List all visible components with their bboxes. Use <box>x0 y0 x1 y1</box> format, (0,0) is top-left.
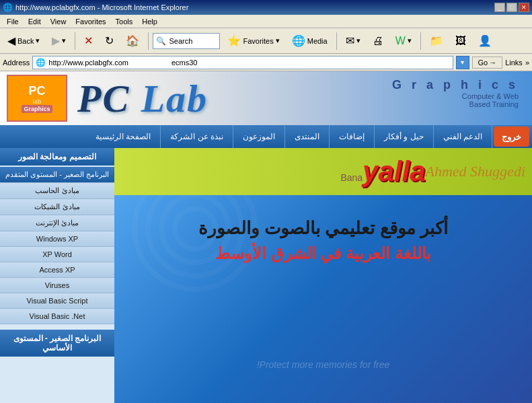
menu-bar: File Edit View Favorites Tools Help <box>0 15 532 28</box>
sidebar-item-7[interactable]: Visual Basic Script <box>0 293 114 309</box>
sidebar-item-4[interactable]: XP Word <box>0 247 114 262</box>
forward-icon: ▶ <box>52 34 60 47</box>
search-box: 🔍 Search <box>153 33 220 49</box>
stop-button[interactable]: ✕ <box>79 32 98 50</box>
separator-4 <box>420 32 421 50</box>
search-glass-icon: 🔍 <box>156 36 166 46</box>
header-right: G r a p h i c s Computer & Web Based Tra… <box>392 78 519 108</box>
favorites-label: Favorites <box>243 37 273 45</box>
site-nav: خروج الدعم الفني حيل و أفكار إضافات المن… <box>0 125 532 148</box>
content-left: Ahmed Shuggedi yalla Bana أكبر موقع تعلي… <box>114 148 532 403</box>
separator-1 <box>75 32 75 50</box>
address-page-title: ecms30 <box>172 59 198 67</box>
header-subtitle2: Based Training <box>392 100 519 108</box>
links-chevron: » <box>525 59 529 67</box>
nav-tricks[interactable]: حيل و أفكار <box>375 125 434 148</box>
user-button[interactable]: 👤 <box>473 32 496 50</box>
site-header: PC lab Graphics PC Lab G r a p h i c s C… <box>0 71 532 125</box>
go-label: Go <box>478 59 488 67</box>
mail-chevron: ▾ <box>356 36 360 45</box>
menu-file[interactable]: File <box>3 16 23 27</box>
separator-3 <box>336 32 337 50</box>
maximize-button[interactable]: □ <box>506 3 517 12</box>
media-icon: 🌐 <box>292 34 305 47</box>
banner-bana: Bana <box>340 172 363 183</box>
sidebar-item-0[interactable]: مبادئ الحاسب <box>0 183 114 199</box>
sidebar-active-item[interactable]: البرنامج الصغير - المستوى المتقدم <box>0 167 114 183</box>
folder-icon: 📁 <box>430 34 443 47</box>
menu-favorites[interactable]: Favorites <box>71 16 110 27</box>
title-bar: 🌐 http://www.pclabgfx.com - Microsoft In… <box>0 0 532 15</box>
address-url: http://www.pclabgfx.com <box>48 59 128 67</box>
title-bar-left: 🌐 http://www.pclabgfx.com - Microsoft In… <box>3 3 188 12</box>
print-button[interactable]: 🖨 <box>368 32 388 50</box>
user-icon: 👤 <box>478 34 492 47</box>
favorites-chevron: ▾ <box>276 36 280 45</box>
mail-button[interactable]: ✉ ▾ <box>341 32 365 50</box>
sidebar-item-3[interactable]: Windows XP <box>0 231 114 247</box>
site-title-lab: Lab <box>141 77 208 120</box>
close-button[interactable]: ✕ <box>519 3 529 12</box>
sidebar-item-8[interactable]: Visual Basic .Net <box>0 309 114 324</box>
image-button[interactable]: 🖼 <box>451 32 471 50</box>
forward-chevron: ▾ <box>62 36 66 45</box>
favorites-button[interactable]: ⭐ Favorites ▾ <box>223 32 284 50</box>
home-button[interactable]: 🏠 <box>121 32 144 50</box>
address-dropdown[interactable]: ▾ <box>456 56 469 69</box>
window-title: http://www.pclabgfx.com - Microsoft Inte… <box>15 3 188 11</box>
word-icon: W <box>395 35 406 47</box>
image-icon: 🖼 <box>455 35 466 47</box>
banner-area: Ahmed Shuggedi yalla Bana <box>114 148 532 195</box>
menu-help[interactable]: Help <box>138 16 161 27</box>
sidebar-right: التصميم ومعالجة الصور البرنامج الصغير - … <box>0 148 114 403</box>
nav-support[interactable]: الدعم الفني <box>434 125 492 148</box>
title-bar-controls: _ □ ✕ <box>494 3 529 12</box>
nav-addons[interactable]: إضافات <box>330 125 375 148</box>
ie-icon: 🌐 <box>3 3 13 12</box>
refresh-button[interactable]: ↻ <box>100 32 118 50</box>
site-title-pc: PC <box>77 77 141 120</box>
menu-view[interactable]: View <box>46 16 71 27</box>
sidebar-item-2[interactable]: مبادئ الإنترنت <box>0 215 114 231</box>
address-bar: Address 🌐 http://www.pclabgfx.com ecms30… <box>0 54 532 71</box>
address-input[interactable]: 🌐 http://www.pclabgfx.com ecms30 <box>32 56 453 69</box>
print-icon: 🖨 <box>373 35 383 47</box>
site-logo: PC lab Graphics <box>7 75 67 122</box>
address-label: Address <box>3 59 30 67</box>
nav-forum[interactable]: المنتدى <box>285 125 330 148</box>
links-label: Links <box>505 59 523 67</box>
edit-button[interactable]: W ▾ <box>391 32 416 50</box>
media-button[interactable]: 🌐 Media <box>287 32 332 50</box>
back-chevron: ▾ <box>36 36 40 45</box>
main-content: Ahmed Shuggedi yalla Bana أكبر موقع تعلي… <box>0 148 532 403</box>
home-icon: 🏠 <box>126 34 139 47</box>
website-wrapper: PC lab Graphics PC Lab G r a p h i c s C… <box>0 71 532 403</box>
sidebar-item-6[interactable]: Viruses <box>0 278 114 293</box>
minimize-button[interactable]: _ <box>494 3 505 12</box>
sidebar-section-header-2: البرنامج الصغير - المستوى الأساسي <box>0 330 114 357</box>
sidebar-section-header-1: التصميم ومعالجة الصور <box>0 148 114 166</box>
svg-point-2 <box>161 195 229 262</box>
nav-about[interactable]: نبذة عن الشركة <box>161 125 233 148</box>
nav-home[interactable]: الصفحة الرئيسية <box>86 125 161 148</box>
nav-distributors[interactable]: الموزعون <box>233 125 285 148</box>
go-button[interactable]: Go → <box>472 57 503 69</box>
menu-edit[interactable]: Edit <box>24 16 45 27</box>
lock-icon: 🌐 <box>36 58 46 67</box>
sidebar-item-5[interactable]: Access XP <box>0 262 114 278</box>
banner-left-text: Ahmed Shuggedi <box>426 163 525 180</box>
sidebar-item-1[interactable]: مبادئ الشبكات <box>0 199 114 215</box>
separator-2 <box>148 32 149 50</box>
menu-tools[interactable]: Tools <box>112 16 137 27</box>
search-button[interactable]: Search <box>166 37 195 45</box>
folder-button[interactable]: 📁 <box>425 32 448 50</box>
back-button[interactable]: ◀ Back ▾ <box>3 32 44 50</box>
media-label: Media <box>307 37 328 45</box>
svg-point-3 <box>175 209 215 249</box>
stop-icon: ✕ <box>84 34 93 47</box>
forward-button[interactable]: ▶ ▾ <box>47 32 71 50</box>
go-arrow-icon: → <box>489 59 496 67</box>
header-subtitle1: Computer & Web <box>392 92 519 100</box>
banner-yalla: yalla <box>363 155 425 187</box>
nav-exit[interactable]: خروج <box>494 126 529 147</box>
